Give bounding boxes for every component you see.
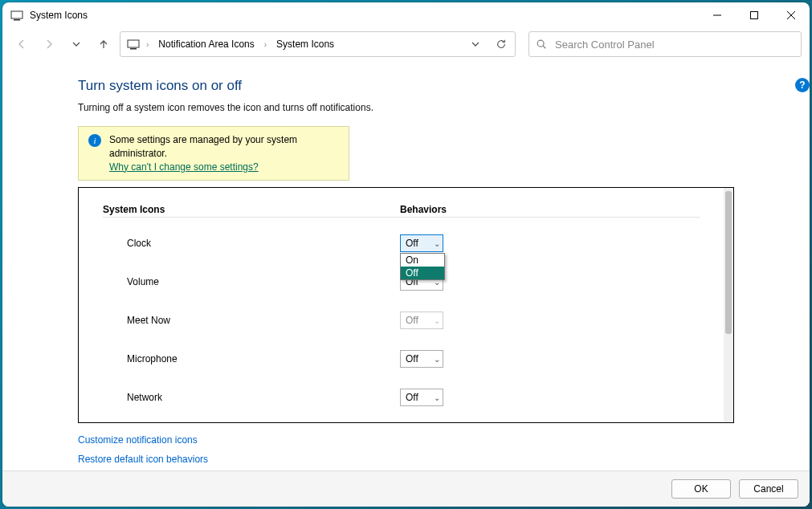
banner-link[interactable]: Why can't I change some settings? <box>109 161 259 173</box>
maximize-button[interactable] <box>736 2 773 28</box>
chevron-down-icon: ⌄ <box>434 316 440 325</box>
row-label: Microphone <box>103 353 400 364</box>
table-row: Network Off ⌄ <box>103 378 700 417</box>
banner-message: Some settings are managed by your system… <box>109 134 297 159</box>
icons-panel: System Icons Behaviors Clock Off ⌄ On Of… <box>78 187 734 423</box>
svg-rect-0 <box>11 11 22 18</box>
svg-line-9 <box>543 46 545 48</box>
chevron-down-icon: ⌄ <box>434 239 440 248</box>
dropdown-option-off[interactable]: Off <box>401 267 444 279</box>
scrollbar[interactable] <box>724 188 733 422</box>
dropdown-menu: On Off <box>400 253 445 280</box>
search-icon <box>536 39 547 50</box>
chevron-down-icon: ⌄ <box>434 355 440 364</box>
customize-link[interactable]: Customize notification icons <box>78 434 734 446</box>
ok-button[interactable]: OK <box>671 479 731 499</box>
admin-banner: i Some settings are managed by your syst… <box>78 126 349 181</box>
address-bar[interactable]: › Notification Area Icons › System Icons <box>120 31 516 57</box>
page-subheading: Turning off a system icon removes the ic… <box>78 102 734 113</box>
help-icon[interactable]: ? <box>795 78 810 92</box>
page-heading: Turn system icons on or off <box>78 78 734 94</box>
svg-rect-6 <box>128 40 139 47</box>
footer: OK Cancel <box>2 470 810 507</box>
window: System Icons › Notificati <box>2 2 810 507</box>
row-label: Volume <box>103 276 400 287</box>
col-system-icons: System Icons <box>103 204 400 215</box>
history-dropdown-button[interactable] <box>465 34 486 55</box>
location-icon <box>127 38 140 51</box>
svg-rect-7 <box>130 48 137 50</box>
forward-button[interactable] <box>38 33 60 55</box>
svg-rect-3 <box>751 12 758 19</box>
breadcrumb-item[interactable]: Notification Area Icons <box>155 37 257 51</box>
behavior-dropdown[interactable]: Off ⌄ <box>400 389 443 406</box>
navigation-row: › Notification Area Icons › System Icons <box>2 28 810 63</box>
col-behaviors: Behaviors <box>400 204 700 215</box>
window-title: System Icons <box>30 10 88 21</box>
table-row: Microphone Off ⌄ <box>103 340 700 378</box>
titlebar: System Icons <box>2 2 810 28</box>
chevron-right-icon: › <box>263 40 268 49</box>
dropdown-value: Off <box>406 238 418 249</box>
content-area: ? Turn system icons on or off Turning of… <box>2 63 810 470</box>
links-section: Customize notification icons Restore def… <box>78 434 734 465</box>
svg-point-8 <box>537 40 544 47</box>
chevron-right-icon: › <box>145 40 150 49</box>
chevron-down-icon: ⌄ <box>434 393 440 402</box>
dropdown-value: Off <box>406 353 418 364</box>
table-row: Meet Now Off ⌄ <box>103 301 700 340</box>
up-button[interactable] <box>92 33 115 55</box>
dropdown-option-on[interactable]: On <box>401 254 444 267</box>
restore-link[interactable]: Restore default icon behaviors <box>78 454 734 465</box>
back-button[interactable] <box>10 33 33 55</box>
breadcrumb-item[interactable]: System Icons <box>273 37 337 51</box>
close-button[interactable] <box>773 2 810 28</box>
row-label: Meet Now <box>103 315 400 326</box>
info-icon: i <box>88 134 101 147</box>
minimize-button[interactable] <box>699 2 736 28</box>
scrollbar-thumb[interactable] <box>725 191 732 334</box>
behavior-dropdown[interactable]: Off ⌄ <box>400 350 443 368</box>
cancel-button[interactable]: Cancel <box>739 479 798 499</box>
app-icon <box>10 9 23 22</box>
row-label: Clock <box>103 238 400 249</box>
search-box[interactable] <box>528 31 802 57</box>
recent-locations-button[interactable] <box>65 33 88 55</box>
svg-rect-1 <box>14 19 20 21</box>
behavior-dropdown[interactable]: Off ⌄ On Off <box>400 234 443 252</box>
dropdown-value: Off <box>406 392 418 403</box>
search-input[interactable] <box>553 38 794 51</box>
row-label: Network <box>103 392 400 403</box>
column-headers: System Icons Behaviors <box>103 204 700 218</box>
refresh-button[interactable] <box>491 34 512 55</box>
table-row: Clock Off ⌄ On Off <box>103 224 700 263</box>
behavior-dropdown: Off ⌄ <box>400 312 443 329</box>
dropdown-value: Off <box>406 315 418 326</box>
